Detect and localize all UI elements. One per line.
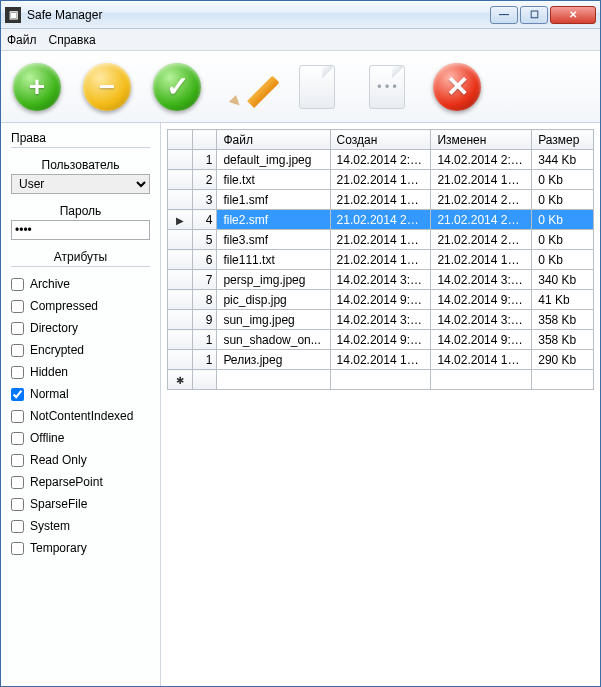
cell-modified[interactable]: 21.02.2014 17:2... [431,170,532,190]
attribute-label: Archive [30,277,70,291]
attribute-checkbox[interactable] [11,344,24,357]
cell-created[interactable]: 21.02.2014 17:5... [330,230,431,250]
cell-modified[interactable]: 21.02.2014 21:4... [431,190,532,210]
cell-modified[interactable]: 14.02.2014 9:43:... [431,330,532,350]
cell-file[interactable]: Релиз.jpeg [217,350,330,370]
minimize-button[interactable]: — [490,6,518,24]
maximize-button[interactable]: ☐ [520,6,548,24]
cell-size[interactable]: 0 Kb [532,210,594,230]
empty-cell[interactable] [532,370,594,390]
menubar: Файл Справка [1,29,600,51]
cell-size[interactable]: 41 Kb [532,290,594,310]
cell-created[interactable]: 14.02.2014 9:30:... [330,290,431,310]
new-row[interactable] [168,370,594,390]
attribute-checkbox[interactable] [11,498,24,511]
cell-file[interactable]: file111.txt [217,250,330,270]
attribute-row: NotContentIndexed [11,405,150,427]
edit-button[interactable] [223,63,271,111]
table-row[interactable]: 7persp_img.jpeg14.02.2014 3:10:...14.02.… [168,270,594,290]
cell-size[interactable]: 340 Kb [532,270,594,290]
cell-file[interactable]: file1.smf [217,190,330,210]
table-row[interactable]: 3file1.smf21.02.2014 17:2...21.02.2014 2… [168,190,594,210]
menu-help[interactable]: Справка [49,33,96,47]
table-row[interactable]: 9sun_img.jpeg14.02.2014 3:21:...14.02.20… [168,310,594,330]
table-row[interactable]: 1Релиз.jpeg14.02.2014 12:5...14.02.2014 … [168,350,594,370]
cell-modified[interactable]: 14.02.2014 3:21:... [431,310,532,330]
col-modified-header[interactable]: Изменен [431,130,532,150]
add-button[interactable]: + [13,63,61,111]
cell-created[interactable]: 14.02.2014 9:43:... [330,330,431,350]
attribute-checkbox[interactable] [11,388,24,401]
attribute-checkbox[interactable] [11,278,24,291]
attribute-checkbox[interactable] [11,432,24,445]
col-created-header[interactable]: Создан [330,130,431,150]
attribute-label: SparseFile [30,497,87,511]
cell-size[interactable]: 358 Kb [532,310,594,330]
cell-created[interactable]: 14.02.2014 3:21:... [330,310,431,330]
attribute-checkbox[interactable] [11,542,24,555]
new-file-button[interactable] [293,63,341,111]
cell-created[interactable]: 21.02.2014 17:2... [330,250,431,270]
cell-size[interactable]: 0 Kb [532,250,594,270]
empty-cell[interactable] [431,370,532,390]
attribute-checkbox[interactable] [11,322,24,335]
password-input[interactable] [11,220,150,240]
cell-size[interactable]: 0 Kb [532,170,594,190]
user-select[interactable]: User [11,174,150,194]
delete-button[interactable]: ✕ [433,63,481,111]
attribute-checkbox[interactable] [11,366,24,379]
cell-modified[interactable]: 14.02.2014 2:54:... [431,150,532,170]
attribute-checkbox[interactable] [11,476,24,489]
cell-file[interactable]: file2.smf [217,210,330,230]
cell-created[interactable]: 14.02.2014 12:5... [330,350,431,370]
cell-modified[interactable]: 14.02.2014 12:5... [431,350,532,370]
cell-modified[interactable]: 14.02.2014 3:10:... [431,270,532,290]
cell-file[interactable]: pic_disp.jpg [217,290,330,310]
col-size-header[interactable]: Размер [532,130,594,150]
file-grid[interactable]: Файл Создан Изменен Размер 1default_img.… [167,129,594,390]
cell-modified[interactable]: 21.02.2014 22:5... [431,210,532,230]
cell-created[interactable]: 14.02.2014 2:54:... [330,150,431,170]
cell-file[interactable]: sun_shadow_on... [217,330,330,350]
cell-modified[interactable]: 21.02.2014 17:2... [431,250,532,270]
cell-size[interactable]: 0 Kb [532,190,594,210]
empty-cell[interactable] [330,370,431,390]
confirm-button[interactable]: ✓ [153,63,201,111]
cell-size[interactable]: 290 Kb [532,350,594,370]
cell-created[interactable]: 21.02.2014 17:2... [330,190,431,210]
attribute-checkbox[interactable] [11,454,24,467]
cell-size[interactable]: 344 Kb [532,150,594,170]
cell-modified[interactable]: 14.02.2014 9:29:... [431,290,532,310]
close-button[interactable]: ✕ [550,6,596,24]
cell-created[interactable]: 21.02.2014 22:5... [330,210,431,230]
cell-file[interactable]: default_img.jpeg [217,150,330,170]
cell-size[interactable]: 0 Kb [532,230,594,250]
attribute-checkbox[interactable] [11,300,24,313]
more-button[interactable] [363,63,411,111]
empty-cell[interactable] [217,370,330,390]
cell-file[interactable]: file.txt [217,170,330,190]
remove-button[interactable]: − [83,63,131,111]
attribute-row: Normal [11,383,150,405]
table-row[interactable]: 1sun_shadow_on...14.02.2014 9:43:...14.0… [168,330,594,350]
table-row[interactable]: 5file3.smf21.02.2014 17:5...21.02.2014 2… [168,230,594,250]
table-row[interactable]: 4file2.smf21.02.2014 22:5...21.02.2014 2… [168,210,594,230]
attribute-checkbox[interactable] [11,520,24,533]
row-indicator [168,150,193,170]
table-row[interactable]: 2file.txt21.02.2014 17:2...21.02.2014 17… [168,170,594,190]
table-row[interactable]: 8pic_disp.jpg14.02.2014 9:30:...14.02.20… [168,290,594,310]
col-file-header[interactable]: Файл [217,130,330,150]
cell-modified[interactable]: 21.02.2014 23:0... [431,230,532,250]
cell-file[interactable]: sun_img.jpeg [217,310,330,330]
cell-file[interactable]: persp_img.jpeg [217,270,330,290]
table-row[interactable]: 6file111.txt21.02.2014 17:2...21.02.2014… [168,250,594,270]
row-indicator [168,270,193,290]
menu-file[interactable]: Файл [7,33,37,47]
cell-file[interactable]: file3.smf [217,230,330,250]
attribute-checkbox[interactable] [11,410,24,423]
table-row[interactable]: 1default_img.jpeg14.02.2014 2:54:...14.0… [168,150,594,170]
cell-created[interactable]: 21.02.2014 17:2... [330,170,431,190]
cell-size[interactable]: 358 Kb [532,330,594,350]
cell-created[interactable]: 14.02.2014 3:10:... [330,270,431,290]
app-icon: ▣ [5,7,21,23]
